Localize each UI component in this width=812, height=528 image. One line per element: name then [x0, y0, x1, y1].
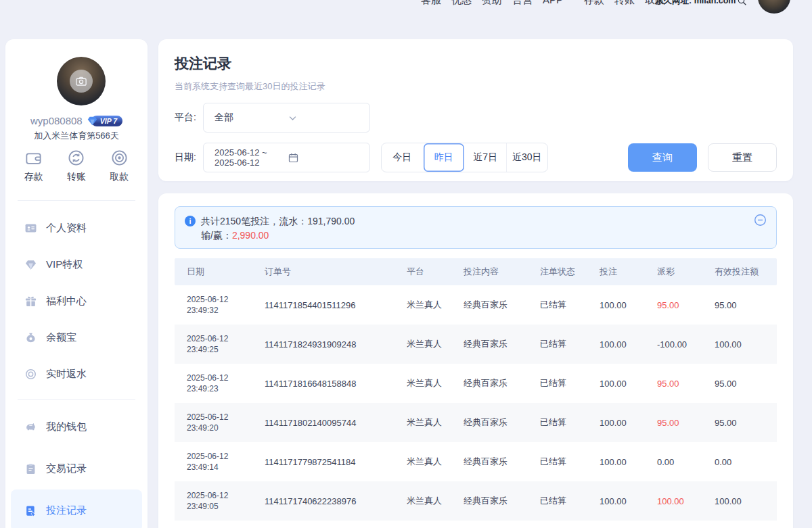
cell-payout: -100.00	[657, 339, 715, 350]
cell-payout: 95.00	[657, 418, 715, 428]
cell-status: 已结算	[540, 338, 600, 350]
sidebar-item-vip[interactable]: VIP特权	[5, 246, 148, 283]
sidebar-item-welfare[interactable]: 福利中心	[5, 283, 148, 319]
cell-valid: 100.00	[715, 339, 777, 350]
cell-platform: 米兰真人	[407, 377, 464, 389]
vip-badge: VIP 7	[87, 115, 122, 126]
cell-status: 已结算	[540, 299, 600, 311]
cell-status: 已结算	[540, 416, 600, 429]
sidebar: wyp080808 VIP 7 加入米兰体育第566天 存款	[5, 39, 148, 528]
table-row: 2025-06-1223:49:32 1141171854401511296 米…	[175, 285, 777, 325]
search-icon[interactable]	[737, 0, 747, 6]
quick-range-today[interactable]: 今日	[382, 143, 423, 172]
table-row: 2025-06-1223:49:25 1141171824931909248 米…	[175, 325, 777, 364]
quick-range-group: 今日 昨日 近7日 近30日	[381, 143, 548, 172]
table-body: 2025-06-1223:49:32 1141171854401511296 米…	[175, 285, 777, 521]
sidebar-item-transactions[interactable]: 交易记录	[5, 448, 148, 489]
reset-button[interactable]: 重置	[708, 143, 777, 172]
collapse-icon[interactable]	[754, 214, 767, 226]
quick-action-transfer[interactable]: 转账	[55, 149, 97, 183]
summary-banner: i 共计2150笔投注，流水：191,790.00 输/赢：2,990.00	[175, 206, 777, 249]
search-button[interactable]: 查询	[628, 143, 697, 172]
cell-date: 2025-06-1223:49:25	[187, 333, 265, 355]
cell-content: 经典百家乐	[464, 377, 540, 389]
quick-range-7days[interactable]: 近7日	[464, 143, 506, 172]
user-line: wyp080808 VIP 7	[5, 115, 148, 126]
sidebar-item-label: VIP特权	[46, 258, 83, 271]
join-days-text: 加入米兰体育第566天	[5, 130, 148, 142]
quick-actions: 存款 转账 取款	[12, 149, 141, 183]
quick-action-withdraw[interactable]: 取款	[98, 149, 141, 183]
col-platform: 平台	[407, 266, 464, 278]
diamond-icon	[24, 258, 37, 271]
cell-bet: 100.00	[600, 379, 657, 389]
chevron-down-icon	[288, 113, 361, 123]
user-avatar[interactable]	[57, 57, 106, 105]
sidebar-item-yuebao[interactable]: 余额宝	[5, 319, 148, 356]
sidebar-item-profile[interactable]: 个人资料	[5, 210, 148, 246]
user-avatar-small[interactable]	[758, 0, 790, 14]
col-date: 日期	[187, 266, 265, 278]
cell-valid: 100.00	[715, 496, 777, 506]
col-order: 订单号	[265, 266, 407, 278]
target-circles-icon	[24, 368, 37, 381]
nav-item-transfer[interactable]: 转账	[614, 0, 635, 7]
nav-item-sponsor[interactable]: 赞助	[482, 0, 502, 7]
sidebar-item-rebate[interactable]: 实时返水	[5, 356, 148, 392]
sidebar-item-label: 交易记录	[46, 462, 87, 475]
date-range-input[interactable]: 2025-06-12 ~ 2025-06-12	[203, 143, 370, 172]
divider	[18, 399, 135, 400]
sidebar-item-label: 实时返水	[46, 368, 87, 381]
cell-status: 已结算	[540, 377, 600, 389]
date-range-value: 2025-06-12 ~ 2025-06-12	[215, 147, 288, 168]
wallet-icon	[24, 149, 43, 167]
id-card-icon	[24, 222, 37, 235]
cell-content: 经典百家乐	[464, 299, 540, 311]
col-bet: 投注	[600, 266, 657, 278]
cell-order: 1141171740622238976	[265, 496, 407, 506]
cell-order: 1141171854401511296	[265, 300, 407, 310]
sidebar-item-label: 余额宝	[46, 331, 76, 344]
sidebar-item-label: 投注记录	[46, 504, 87, 517]
nav-item-partner[interactable]: 合营	[512, 0, 533, 7]
cell-platform: 米兰真人	[407, 299, 464, 311]
nav-item-promotions[interactable]: 优惠	[451, 0, 472, 7]
cell-status: 已结算	[540, 456, 600, 468]
transfer-icon	[67, 149, 85, 167]
cell-bet: 100.00	[600, 300, 657, 310]
filter-buttons: 查询 重置	[628, 143, 777, 172]
sidebar-item-bet-records[interactable]: 投注记录	[11, 489, 142, 528]
col-status: 注单状态	[540, 266, 600, 278]
winloss-label: 输/赢：	[201, 230, 232, 241]
cell-bet: 100.00	[600, 496, 657, 506]
date-label: 日期:	[175, 151, 203, 164]
cell-content: 经典百家乐	[464, 416, 540, 429]
info-icon: i	[185, 216, 196, 226]
summary-line1: 共计2150笔投注，流水：191,790.00	[201, 214, 355, 229]
cell-content: 经典百家乐	[464, 495, 540, 507]
calendar-icon	[288, 152, 361, 164]
filter-card: 投注记录 当前系统支持查询最近30日的投注记录 平台: 全部 日期: 2025-…	[158, 39, 793, 181]
nav-item-customer-service[interactable]: 客服	[421, 0, 441, 7]
quick-range-yesterday[interactable]: 昨日	[423, 143, 465, 172]
quick-action-deposit[interactable]: 存款	[12, 149, 55, 183]
cell-date: 2025-06-1223:49:20	[187, 412, 265, 433]
cell-bet: 100.00	[600, 339, 657, 350]
nav-item-app[interactable]: APP	[543, 0, 563, 7]
menu-gap	[5, 392, 148, 406]
cell-order: 1141171824931909248	[265, 339, 407, 350]
sidebar-menu: 个人资料 VIP特权 福利中心 余额宝	[5, 210, 148, 528]
cell-valid: 95.00	[715, 418, 777, 428]
date-filter-row: 日期: 2025-06-12 ~ 2025-06-12 今日 昨日 近7日 近3…	[175, 143, 777, 172]
quick-range-30days[interactable]: 近30日	[506, 143, 548, 172]
cell-payout: 0.00	[657, 457, 715, 467]
table-header: 日期 订单号 平台 投注内容 注单状态 投注 派彩 有效投注额	[175, 258, 777, 285]
sidebar-item-wallet[interactable]: 我的钱包	[5, 406, 148, 448]
sidebar-item-label: 福利中心	[46, 295, 87, 308]
platform-select[interactable]: 全部	[203, 103, 370, 133]
cell-date: 2025-06-1223:49:32	[187, 294, 265, 316]
cell-content: 经典百家乐	[464, 456, 540, 468]
divider	[18, 200, 135, 201]
col-payout: 派彩	[657, 266, 715, 278]
nav-item-deposit[interactable]: 存款	[584, 0, 604, 7]
